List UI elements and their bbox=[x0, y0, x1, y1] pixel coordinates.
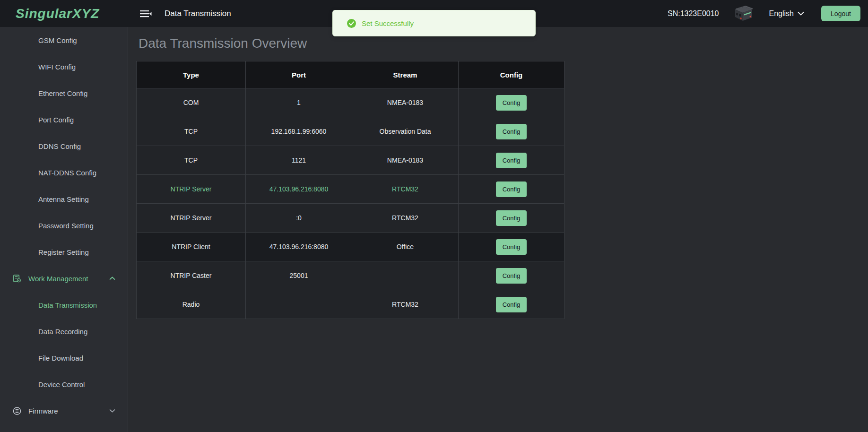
cell-config: Config bbox=[459, 88, 564, 117]
sidebar-item-nat-ddns-config[interactable]: NAT-DDNS Config bbox=[0, 159, 128, 186]
cell-type: NTRIP Server bbox=[137, 204, 246, 233]
config-button[interactable]: Config bbox=[496, 210, 527, 226]
cell-type: Radio bbox=[137, 290, 246, 319]
cell-stream: RTCM32 bbox=[352, 175, 459, 204]
sidebar-item-label: Antenna Setting bbox=[38, 195, 89, 203]
cell-type: TCP bbox=[137, 117, 246, 146]
table-row: NTRIP Client47.103.96.216:8080OfficeConf… bbox=[137, 233, 564, 261]
cell-port: 25001 bbox=[246, 261, 352, 290]
cell-stream: RTCM32 bbox=[352, 290, 459, 319]
work-management-icon bbox=[13, 274, 21, 283]
config-button[interactable]: Config bbox=[496, 153, 527, 168]
table-row: NTRIP Caster25001Config bbox=[137, 261, 564, 290]
config-button[interactable]: Config bbox=[496, 268, 527, 284]
sidebar-item-work-management[interactable]: Work Management bbox=[0, 265, 128, 292]
cell-port bbox=[246, 290, 352, 319]
logo-area: SingularXYZ bbox=[0, 6, 128, 21]
sidebar-item-antenna-setting[interactable]: Antenna Setting bbox=[0, 186, 128, 212]
column-header-stream: Stream bbox=[352, 61, 459, 88]
sidebar-item-label: WIFI Config bbox=[38, 63, 76, 71]
sidebar-item-ddns-config[interactable]: DDNS Config bbox=[0, 133, 128, 159]
table-row: RadioRTCM32Config bbox=[137, 290, 564, 319]
cell-config: Config bbox=[459, 204, 564, 233]
cell-config: Config bbox=[459, 261, 564, 290]
table-row: TCP192.168.1.99:6060Observation DataConf… bbox=[137, 117, 564, 146]
sidebar-item-label: GSM Config bbox=[38, 36, 77, 44]
cell-type: TCP bbox=[137, 146, 246, 175]
sidebar-item-ethernet-config[interactable]: Ethernet Config bbox=[0, 80, 128, 106]
success-toast: Set Successfully bbox=[332, 10, 536, 36]
table-row: TCP1121NMEA-0183Config bbox=[137, 146, 564, 175]
sidebar-item-file-download[interactable]: File Download bbox=[0, 345, 128, 371]
sidebar-item-label: Device Control bbox=[38, 380, 85, 389]
cell-port: 192.168.1.99:6060 bbox=[246, 117, 352, 146]
sidebar-item-port-config[interactable]: Port Config bbox=[0, 106, 128, 133]
sidebar-item-label: Data Recording bbox=[38, 328, 87, 336]
column-header-config: Config bbox=[459, 61, 564, 88]
cell-stream: Observation Data bbox=[352, 117, 459, 146]
cell-stream: Office bbox=[352, 233, 459, 261]
table-row: NTRIP Server47.103.96.216:8080RTCM32Conf… bbox=[137, 175, 564, 204]
cell-stream: NMEA-0183 bbox=[352, 88, 459, 117]
sidebar-item-label: Data Transmission bbox=[38, 301, 97, 309]
sidebar-item-firmware[interactable]: Firmware bbox=[0, 397, 128, 424]
sidebar-item-label: DDNS Config bbox=[38, 142, 81, 150]
language-label: English bbox=[769, 9, 794, 18]
sidebar-item-label: Ethernet Config bbox=[38, 89, 87, 97]
sidebar-item-device-control[interactable]: Device Control bbox=[0, 371, 128, 397]
main-content: Data Transmission Overview TypePortStrea… bbox=[129, 27, 868, 432]
sidebar-item-label: Firmware bbox=[28, 407, 58, 415]
cell-stream: NMEA-0183 bbox=[352, 146, 459, 175]
header-right-area: SN:1323E0010 English Logout bbox=[668, 3, 868, 24]
table-header-row: TypePortStreamConfig bbox=[137, 61, 564, 88]
sidebar-item-data-recording[interactable]: Data Recording bbox=[0, 318, 128, 345]
logout-button[interactable]: Logout bbox=[821, 6, 860, 21]
config-button[interactable]: Config bbox=[496, 239, 527, 255]
sidebar-item-label: Password Setting bbox=[38, 222, 94, 230]
page-title: Data Transmission bbox=[165, 9, 231, 18]
cell-port: 47.103.96.216:8080 bbox=[246, 233, 352, 261]
cell-port: 47.103.96.216:8080 bbox=[246, 175, 352, 204]
cell-port: 1121 bbox=[246, 146, 352, 175]
cell-type: NTRIP Server bbox=[137, 175, 246, 204]
chevron-up-icon bbox=[109, 276, 115, 280]
cell-config: Config bbox=[459, 175, 564, 204]
cell-port: :0 bbox=[246, 204, 352, 233]
sidebar-item-wifi-config[interactable]: WIFI Config bbox=[0, 53, 128, 80]
section-title: Data Transmission Overview bbox=[139, 36, 868, 51]
config-button[interactable]: Config bbox=[496, 124, 527, 139]
sidebar-item-gsm-config[interactable]: GSM Config bbox=[0, 27, 128, 53]
firmware-icon bbox=[13, 406, 21, 415]
column-header-type: Type bbox=[137, 61, 246, 88]
cell-stream bbox=[352, 261, 459, 290]
language-selector[interactable]: English bbox=[769, 9, 804, 18]
config-button[interactable]: Config bbox=[496, 181, 527, 197]
table-row: COM1NMEA-0183Config bbox=[137, 88, 564, 117]
sidebar-item-register-setting[interactable]: Register Setting bbox=[0, 239, 128, 265]
sidebar-item-label: File Download bbox=[38, 354, 83, 362]
cell-config: Config bbox=[459, 290, 564, 319]
chevron-down-icon bbox=[798, 11, 804, 16]
chevron-down-icon bbox=[109, 409, 115, 413]
column-header-port: Port bbox=[246, 61, 352, 88]
toast-message: Set Successfully bbox=[362, 19, 414, 27]
table-row: NTRIP Server:0RTCM32Config bbox=[137, 204, 564, 233]
menu-fold-icon[interactable] bbox=[139, 9, 152, 18]
config-button[interactable]: Config bbox=[496, 297, 527, 312]
cell-stream: RTCM32 bbox=[352, 204, 459, 233]
device-image bbox=[729, 3, 756, 24]
sidebar-item-label: Port Config bbox=[38, 116, 74, 124]
brand-logo[interactable]: SingularXYZ bbox=[16, 6, 99, 21]
sidebar-item-label: Work Management bbox=[28, 275, 88, 283]
sidebar-item-label: NAT-DDNS Config bbox=[38, 169, 96, 177]
serial-number: SN:1323E0010 bbox=[668, 9, 719, 18]
cell-config: Config bbox=[459, 146, 564, 175]
sidebar-item-password-setting[interactable]: Password Setting bbox=[0, 212, 128, 239]
sidebar-nav: GSM ConfigWIFI ConfigEthernet ConfigPort… bbox=[0, 27, 128, 432]
config-button[interactable]: Config bbox=[496, 95, 527, 111]
cell-config: Config bbox=[459, 117, 564, 146]
sidebar-item-data-transmission[interactable]: Data Transmission bbox=[0, 292, 128, 318]
cell-type: NTRIP Caster bbox=[137, 261, 246, 290]
table-body: COM1NMEA-0183ConfigTCP192.168.1.99:6060O… bbox=[137, 88, 564, 319]
sidebar-item-label: Register Setting bbox=[38, 248, 89, 256]
